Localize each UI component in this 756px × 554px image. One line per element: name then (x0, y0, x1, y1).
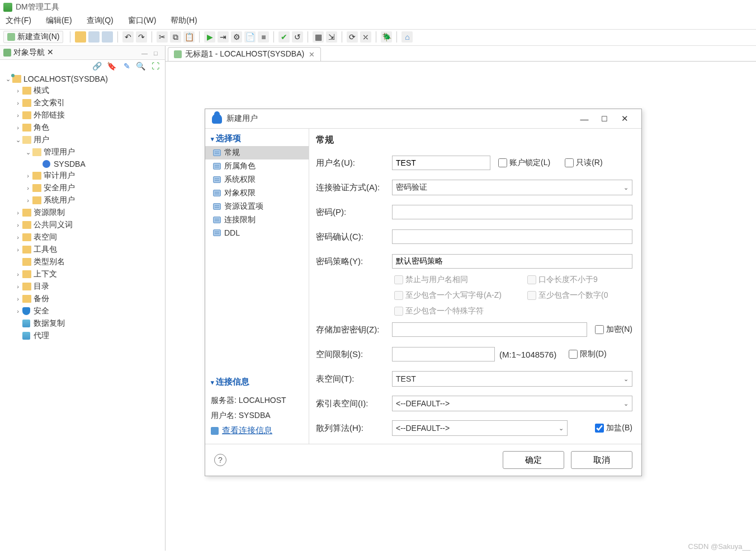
opt-ddl[interactable]: DDL (205, 227, 309, 239)
open-icon[interactable] (75, 31, 86, 43)
page-title: 常规 (316, 134, 632, 146)
tree-replication[interactable]: 数据复制 (2, 317, 163, 330)
tree-backup[interactable]: ›备份 (2, 293, 163, 305)
menu-query[interactable]: 查询(Q) (87, 16, 114, 26)
commit-icon[interactable]: ✔ (278, 31, 290, 43)
tree-role[interactable]: ›角色 (2, 121, 163, 134)
grid-icon[interactable]: ▦ (313, 31, 324, 43)
opt-general[interactable]: 常规 (205, 146, 309, 159)
close-tab-icon[interactable]: ✕ (309, 50, 315, 59)
tree-toolkit[interactable]: ›工具包 (2, 243, 163, 256)
limit-checkbox[interactable]: 限制(D) (566, 348, 606, 360)
username-input[interactable] (392, 156, 490, 170)
hash-select[interactable]: <--DEFAULT-->⌄ (392, 420, 568, 436)
home-icon[interactable]: ⌂ (401, 31, 413, 43)
tree-user[interactable]: ⌄用户 (2, 134, 163, 146)
redo-icon[interactable]: ↷ (136, 31, 147, 43)
salt-checkbox[interactable]: 加盐(B) (593, 422, 632, 434)
cut-icon[interactable]: ✂ (157, 31, 168, 43)
cancel-button[interactable]: 取消 (571, 451, 632, 469)
conn-user-label: 用户名: (211, 411, 239, 420)
explain-icon[interactable]: 📄 (244, 31, 256, 43)
opt-conn-limit[interactable]: 连接限制 (205, 213, 309, 227)
tree-root[interactable]: ⌄LOCALHOST(SYSDBA) (2, 73, 163, 84)
menu-window[interactable]: 窗口(W) (128, 16, 157, 26)
enc-key-label: 存储加密密钥(Z): (316, 325, 392, 335)
tree-agent[interactable]: 代理 (2, 330, 163, 342)
tree-manage-user[interactable]: ⌄管理用户 (2, 146, 163, 158)
tree-directory[interactable]: ›目录 (2, 280, 163, 293)
policy-digit: 至少包含一个数字(0 (525, 289, 632, 302)
password-confirm-input[interactable] (392, 229, 632, 244)
undo-icon[interactable]: ↶ (122, 31, 134, 43)
tree-security[interactable]: ›安全 (2, 305, 163, 317)
options-section[interactable]: 选择项 (205, 131, 309, 146)
filter-icon[interactable]: 🔖 (107, 62, 116, 71)
save-all-icon[interactable] (102, 31, 113, 43)
expand-icon[interactable]: ⛶ (150, 62, 159, 71)
link-icon[interactable]: 🔗 (92, 62, 101, 71)
edit-pane-icon[interactable]: ✎ (121, 62, 130, 71)
tablespace-select[interactable]: TEST⌄ (392, 371, 632, 387)
policy-length: 口令长度不小于9 (525, 274, 632, 286)
password-input[interactable] (392, 205, 632, 219)
help-icon[interactable]: ? (214, 454, 226, 466)
tree-synonym[interactable]: ›公共同义词 (2, 219, 163, 231)
tree-security-user[interactable]: ›安全用户 (2, 182, 163, 194)
run-step-icon[interactable]: ⇥ (218, 31, 229, 43)
space-limit-label: 空间限制(S): (316, 349, 392, 360)
object-navigator-pane: 对象导航 ✕ — □ 🔗 🔖 ✎ 🔍 ⛶ ⌄LOCALHOST(SYSDBA) … (0, 46, 166, 551)
paste-icon[interactable]: 📋 (183, 31, 195, 43)
index-tablespace-select[interactable]: <--DEFAULT-->⌄ (392, 396, 632, 411)
dialog-minimize-button[interactable]: — (574, 114, 594, 124)
encrypt-checkbox[interactable]: 加密(N) (593, 323, 632, 336)
app-icon (3, 3, 12, 12)
tree-extlink[interactable]: ›外部链接 (2, 109, 163, 121)
tree-tablespace[interactable]: ›表空间 (2, 231, 163, 243)
export-icon[interactable]: ⇲ (326, 31, 337, 43)
tree-schema[interactable]: ›模式 (2, 84, 163, 97)
dialog-maximize-button[interactable]: ☐ (594, 115, 615, 123)
conn-section[interactable]: 连接信息 (205, 374, 309, 389)
view-conn-link[interactable]: 查看连接信息 (222, 425, 272, 436)
tree-type-alias[interactable]: 类型别名 (2, 256, 163, 268)
nav-icon (3, 49, 11, 57)
stop-icon[interactable]: ■ (258, 31, 269, 43)
tree-audit-user[interactable]: ›审计用户 (2, 170, 163, 182)
opt-obj-priv[interactable]: 对象权限 (205, 186, 309, 200)
opt-roles[interactable]: 所属角色 (205, 159, 309, 173)
menu-edit[interactable]: 编辑(E) (46, 16, 72, 26)
tree-fulltext[interactable]: ›全文索引 (2, 97, 163, 109)
menu-help[interactable]: 帮助(H) (171, 16, 197, 26)
maximize-pane-icon[interactable]: □ (154, 50, 162, 58)
run-script-icon[interactable]: ⚙ (231, 31, 242, 43)
tree-system-user[interactable]: ›系统用户 (2, 194, 163, 206)
search-icon[interactable]: 🔍 (136, 62, 145, 71)
ok-button[interactable]: 确定 (503, 451, 564, 469)
readonly-checkbox[interactable]: 只读(R) (563, 157, 602, 169)
dialog-close-button[interactable]: ✕ (615, 114, 635, 124)
copy-icon[interactable]: ⧉ (170, 31, 181, 43)
refresh-icon[interactable]: ⟳ (347, 31, 358, 43)
auth-select[interactable]: 密码验证⌄ (392, 180, 632, 195)
nav-tree[interactable]: ⌄LOCALHOST(SYSDBA) ›模式 ›全文索引 ›外部链接 ›角色 ⌄… (0, 72, 165, 343)
minimize-pane-icon[interactable]: — (141, 50, 149, 58)
lock-checkbox[interactable]: 账户锁定(L) (496, 157, 550, 169)
space-limit-input (392, 347, 495, 361)
pwd-policy-input[interactable] (392, 254, 632, 269)
opt-sys-priv[interactable]: 系统权限 (205, 173, 309, 186)
menu-file[interactable]: 文件(F) (6, 16, 31, 26)
rollback-icon[interactable]: ↺ (292, 31, 303, 43)
run-icon[interactable]: ▶ (204, 31, 215, 43)
save-icon[interactable] (88, 31, 100, 43)
tree-sysdba[interactable]: SYSDBA (2, 158, 163, 170)
tree-context[interactable]: ›上下文 (2, 268, 163, 280)
disconnect-icon[interactable]: ⤫ (360, 31, 371, 43)
editor-tab[interactable]: 无标题1 - LOCALHOST(SYSDBA) ✕ (168, 47, 321, 61)
tree-resource[interactable]: ›资源限制 (2, 206, 163, 219)
sql-icon (7, 33, 15, 41)
debug-icon[interactable]: 🪲 (381, 31, 392, 43)
opt-resource[interactable]: 资源设置项 (205, 200, 309, 213)
new-query-button[interactable]: 新建查询(N) (3, 31, 63, 43)
username-label: 用户名(U): (316, 158, 392, 168)
